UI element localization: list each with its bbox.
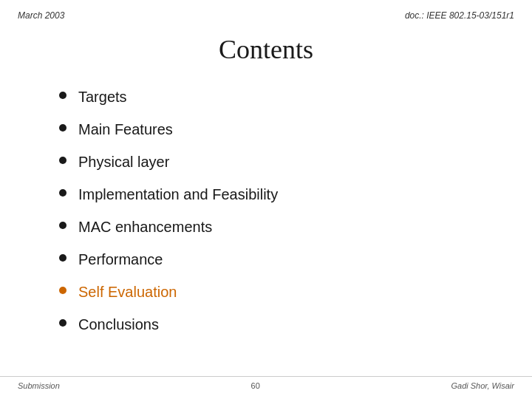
content-section: TargetsMain FeaturesPhysical layerImplem… bbox=[0, 87, 532, 334]
slide-footer: Submission 60 Gadi Shor, Wisair bbox=[0, 376, 532, 390]
list-item: Main Features bbox=[59, 120, 488, 139]
list-item: Targets bbox=[59, 87, 488, 106]
bullet-icon bbox=[59, 92, 66, 99]
footer-page-number: 60 bbox=[251, 381, 260, 390]
list-item-text: Self Evaluation bbox=[78, 282, 177, 301]
bullet-icon bbox=[59, 124, 66, 132]
bullet-icon bbox=[59, 189, 66, 197]
list-item: Physical layer bbox=[59, 152, 488, 171]
header-date: March 2003 bbox=[18, 10, 64, 21]
bullet-icon bbox=[59, 157, 66, 164]
list-item-text: Conclusions bbox=[78, 315, 159, 334]
slide: March 2003 doc.: IEEE 802.15-03/151r1 Co… bbox=[0, 0, 532, 399]
slide-title: Contents bbox=[0, 34, 532, 65]
footer-submission: Submission bbox=[18, 381, 60, 390]
list-item-text: Implementation and Feasibility bbox=[78, 185, 278, 204]
footer-author: Gadi Shor, Wisair bbox=[451, 381, 514, 390]
list-item-text: MAC enhancements bbox=[78, 217, 212, 236]
bullet-list: TargetsMain FeaturesPhysical layerImplem… bbox=[59, 87, 488, 334]
list-item-text: Main Features bbox=[78, 120, 173, 139]
title-section: Contents bbox=[0, 21, 532, 87]
slide-header: March 2003 doc.: IEEE 802.15-03/151r1 bbox=[0, 0, 532, 21]
list-item-text: Targets bbox=[78, 87, 127, 106]
list-item: Performance bbox=[59, 250, 488, 269]
list-item-text: Physical layer bbox=[78, 152, 169, 171]
list-item-text: Performance bbox=[78, 250, 163, 269]
list-item: Self Evaluation bbox=[59, 282, 488, 301]
header-doc-id: doc.: IEEE 802.15-03/151r1 bbox=[405, 10, 514, 21]
list-item: Conclusions bbox=[59, 315, 488, 334]
list-item: Implementation and Feasibility bbox=[59, 185, 488, 204]
list-item: MAC enhancements bbox=[59, 217, 488, 236]
bullet-icon bbox=[59, 287, 66, 294]
bullet-icon bbox=[59, 222, 66, 229]
bullet-icon bbox=[59, 319, 66, 327]
bullet-icon bbox=[59, 254, 66, 262]
